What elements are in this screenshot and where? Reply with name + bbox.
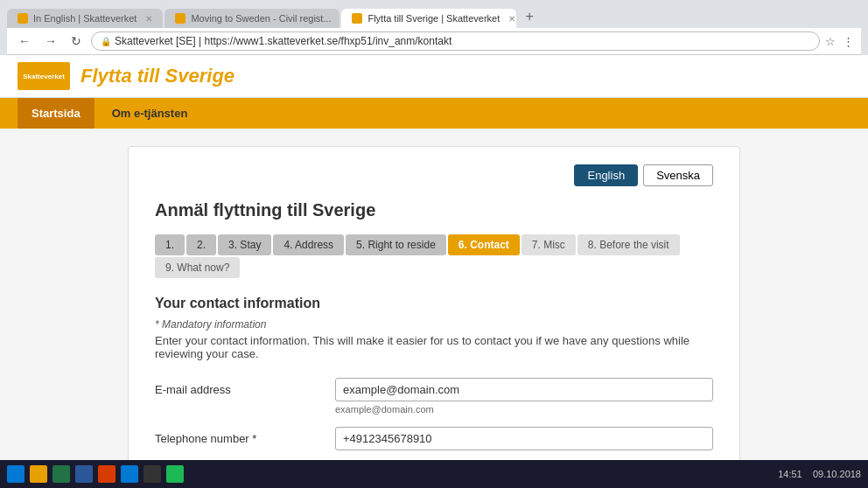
taskbar: 14:51 09.10.2018 (0, 460, 868, 488)
step-8-before[interactable]: 8. Before the visit (578, 234, 680, 255)
logo-area: Skatteverket (18, 62, 70, 90)
step-1[interactable]: 1. (155, 234, 185, 255)
tab-label-1: In English | Skatteverket (33, 13, 136, 24)
email-input[interactable] (335, 378, 713, 401)
tab-label-3: Flytta till Sverige | Skatteverket (368, 13, 500, 24)
nav-item-om-etjansten[interactable]: Om e-tjänsten (98, 98, 202, 129)
lang-english-button[interactable]: English (574, 164, 638, 186)
lang-switcher: English Svenska (155, 164, 713, 186)
step-2[interactable]: 2. (186, 234, 216, 255)
lang-svenska-button[interactable]: Svenska (643, 164, 713, 186)
steps-bar: 1. 2. 3. Stay 4. Address 5. Right to res… (155, 234, 713, 278)
taskbar-time: 14:51 (778, 469, 802, 479)
tab-1[interactable]: In English | Skatteverket ✕ (7, 9, 163, 28)
phone-row: Telephone number * (155, 427, 713, 450)
tab-favicon-2 (175, 13, 186, 24)
tab-close-3[interactable]: ✕ (508, 14, 515, 24)
form-main-title: Anmäl flyttning till Sverige (155, 200, 713, 220)
logo-text: Skatteverket (23, 73, 65, 80)
taskbar-left (7, 465, 184, 483)
phone-field-container (335, 427, 713, 450)
reload-button[interactable]: ↻ (66, 32, 86, 50)
address-bar[interactable]: 🔒 Skatteverket [SE] | https://www1.skatt… (91, 31, 820, 51)
phone-input[interactable] (335, 427, 713, 450)
section-title: Your contact information (155, 296, 713, 311)
tab-bar: In English | Skatteverket ✕ Moving to Sw… (7, 5, 861, 28)
taskbar-app-7[interactable] (166, 465, 184, 483)
taskbar-app-4[interactable] (98, 465, 116, 483)
lock-icon: 🔒 (101, 37, 111, 46)
step-6-contact[interactable]: 6. Contact (448, 234, 520, 255)
back-button[interactable]: ← (14, 32, 35, 50)
phone-label: Telephone number * (155, 427, 321, 445)
tab-label-2: Moving to Sweden - Civil regist... (191, 13, 331, 24)
taskbar-date: 09.10.2018 (813, 469, 861, 479)
step-9-what[interactable]: 9. What now? (155, 257, 240, 278)
menu-icon[interactable]: ⋮ (843, 35, 854, 48)
nav-bar: Startsida Om e-tjänsten (0, 98, 868, 129)
page-title-header: Flytta till Sverige (80, 65, 234, 87)
address-text: Skatteverket [SE] | https://www1.skattev… (115, 35, 452, 47)
email-hint: example@domain.com (335, 404, 713, 415)
step-5-right[interactable]: 5. Right to reside (346, 234, 446, 255)
start-icon[interactable] (7, 465, 24, 483)
browser-icons: ☆ ⋮ (825, 35, 854, 48)
form-card: English Svenska Anmäl flyttning till Sve… (128, 146, 740, 488)
taskbar-app-5[interactable] (121, 465, 138, 483)
intro-text: Enter your contact information. This wil… (155, 334, 713, 360)
tab-close-1[interactable]: ✕ (145, 14, 152, 24)
taskbar-app-2[interactable] (52, 465, 70, 483)
address-bar-row: ← → ↻ 🔒 Skatteverket [SE] | https://www1… (7, 28, 861, 55)
bookmark-icon[interactable]: ☆ (825, 35, 836, 48)
mandatory-note: * Mandatory information (155, 318, 713, 331)
browser-chrome: In English | Skatteverket ✕ Moving to Sw… (0, 0, 868, 55)
taskbar-app-1[interactable] (30, 465, 47, 483)
step-7-misc[interactable]: 7. Misc (522, 234, 576, 255)
taskbar-app-6[interactable] (144, 465, 161, 483)
page-header: Skatteverket Flytta till Sverige (0, 55, 868, 98)
step-4-address[interactable]: 4. Address (273, 234, 344, 255)
new-tab-button[interactable]: + (518, 5, 540, 28)
nav-item-startsida[interactable]: Startsida (18, 98, 94, 129)
email-field-container: example@domain.com (335, 378, 713, 415)
taskbar-right: 14:51 09.10.2018 (778, 469, 861, 479)
tab-favicon-3 (352, 13, 362, 24)
taskbar-app-3[interactable] (75, 465, 93, 483)
tab-favicon-1 (18, 13, 28, 24)
main-content: English Svenska Anmäl flyttning till Sve… (0, 129, 868, 488)
email-label: E-mail address (155, 378, 321, 396)
email-row: E-mail address example@domain.com (155, 378, 713, 415)
tab-2[interactable]: Moving to Sweden - Civil regist... ✕ (164, 9, 340, 28)
forward-button[interactable]: → (40, 32, 61, 50)
logo: Skatteverket (18, 62, 70, 90)
tab-3[interactable]: Flytta till Sverige | Skatteverket ✕ (341, 9, 516, 28)
step-3-stay[interactable]: 3. Stay (218, 234, 271, 255)
